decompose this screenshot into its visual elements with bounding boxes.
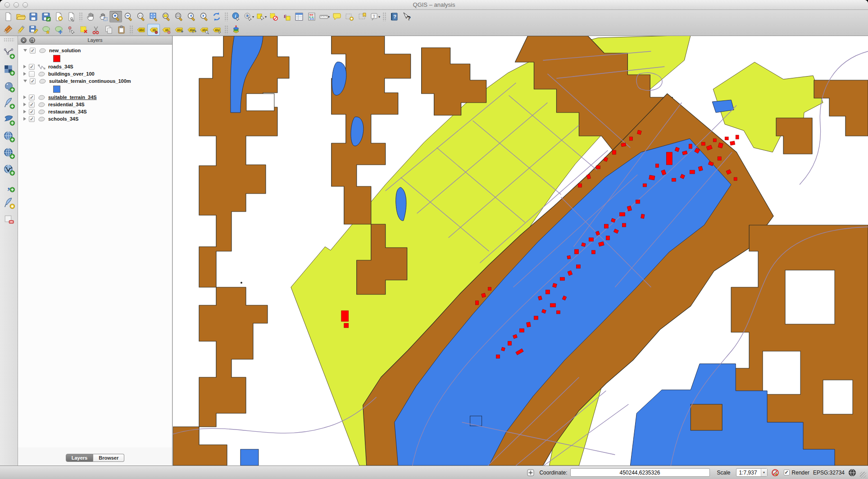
zoom-out-button[interactable] bbox=[122, 11, 135, 23]
disclosure-triangle-icon[interactable] bbox=[23, 72, 26, 76]
layer-item-schools_34S[interactable]: ✓schools_34S bbox=[18, 115, 172, 122]
layer-item-residential_34S[interactable]: ✓residential_34S bbox=[18, 101, 172, 108]
cut-features-button[interactable] bbox=[90, 24, 103, 36]
whats-this-button[interactable]: ? bbox=[400, 11, 413, 23]
layer-visibility-checkbox[interactable]: ✓ bbox=[29, 95, 35, 100]
move-feature-button[interactable] bbox=[52, 24, 65, 36]
delete-selected-button[interactable] bbox=[77, 24, 90, 36]
layer-visibility-checkbox[interactable]: ✓ bbox=[29, 116, 35, 122]
zoom-in-button[interactable] bbox=[109, 11, 122, 23]
layer-label[interactable]: roads_34S bbox=[48, 64, 73, 69]
dropdown-arrow-icon[interactable]: ▾ bbox=[378, 15, 380, 19]
pan-to-selection-button[interactable] bbox=[97, 11, 109, 23]
add-wfs-layer-button[interactable] bbox=[1, 163, 17, 178]
scale-combo[interactable]: 1:7,937 ▼ bbox=[736, 468, 768, 477]
disclosure-triangle-icon[interactable] bbox=[23, 103, 26, 106]
layer-label[interactable]: schools_34S bbox=[48, 116, 78, 122]
toolbar-grip[interactable] bbox=[4, 38, 14, 42]
coordinate-capture-icon[interactable] bbox=[527, 469, 535, 477]
add-postgis-layer-button[interactable] bbox=[1, 79, 17, 95]
close-window-button[interactable] bbox=[5, 2, 10, 8]
layer-item-suitable_terrain_34S[interactable]: ✓suitable_terrain_34S bbox=[18, 94, 172, 101]
maximize-window-button[interactable] bbox=[23, 2, 28, 8]
open-attribute-table-button[interactable] bbox=[293, 11, 305, 23]
processing-toolbox-button[interactable] bbox=[230, 24, 242, 36]
map-refresh-button[interactable] bbox=[210, 11, 223, 23]
current-edits-button[interactable] bbox=[2, 24, 14, 36]
layer-label[interactable]: suitable_terrain_34S bbox=[48, 95, 97, 100]
select-features-button[interactable]: ▾ bbox=[255, 11, 268, 23]
layer-visibility-checkbox[interactable]: ✓ bbox=[30, 48, 36, 54]
minimize-window-button[interactable] bbox=[14, 2, 19, 8]
layer-item-suitable_terrain_continuous_100m[interactable]: ✓suitable_terrain_continuous_100m bbox=[18, 77, 172, 85]
disclosure-triangle-icon[interactable] bbox=[23, 95, 26, 99]
label-properties-button[interactable]: abc bbox=[210, 24, 223, 36]
layer-item-restaurants_34S[interactable]: ✓restaurants_34S bbox=[18, 108, 172, 115]
show-bookmarks-button[interactable] bbox=[356, 11, 368, 23]
dropdown-arrow-icon[interactable]: ▾ bbox=[252, 15, 254, 19]
panel-close-icon[interactable]: × bbox=[21, 37, 27, 43]
resize-grip[interactable] bbox=[860, 472, 866, 478]
render-checkbox[interactable]: ✓ bbox=[784, 470, 790, 475]
add-wcs-layer-button[interactable] bbox=[1, 146, 17, 161]
measure-line-button[interactable]: ▾ bbox=[318, 11, 331, 23]
dropdown-arrow-icon[interactable]: ▾ bbox=[265, 15, 267, 19]
new-project-button[interactable] bbox=[2, 11, 14, 23]
save-project-button[interactable] bbox=[27, 11, 40, 23]
pan-map-button[interactable] bbox=[84, 11, 97, 23]
copy-features-button[interactable] bbox=[103, 24, 115, 36]
field-calculator-button[interactable] bbox=[305, 11, 318, 23]
rotate-label-button[interactable]: abc bbox=[185, 24, 198, 36]
toggle-editing-button[interactable] bbox=[14, 24, 27, 36]
node-tool-button[interactable] bbox=[65, 24, 77, 36]
layer-visibility-checkbox[interactable]: ✓ bbox=[29, 102, 35, 108]
zoom-last-button[interactable] bbox=[185, 11, 198, 23]
coordinate-input[interactable] bbox=[570, 468, 710, 477]
layer-item-roads_34S[interactable]: ✓roads_34S bbox=[18, 63, 172, 70]
add-vector-layer-button[interactable] bbox=[1, 46, 17, 61]
text-annotation-button[interactable]: T▾ bbox=[368, 11, 381, 23]
new-bookmark-button[interactable] bbox=[343, 11, 356, 23]
dropdown-arrow-icon[interactable]: ▾ bbox=[328, 15, 330, 19]
change-label-button[interactable]: abc bbox=[198, 24, 210, 36]
select-by-expression-button[interactable]: ε bbox=[280, 11, 293, 23]
add-feature-button[interactable] bbox=[40, 24, 52, 36]
panel-float-icon[interactable]: ❐ bbox=[29, 37, 35, 43]
identify-features-button[interactable]: i bbox=[230, 11, 242, 23]
layer-label[interactable]: new_solution bbox=[49, 48, 81, 53]
zoom-full-button[interactable] bbox=[147, 11, 160, 23]
disclosure-triangle-icon[interactable] bbox=[23, 65, 26, 68]
zoom-native-button[interactable]: 1:1 bbox=[135, 11, 147, 23]
layer-visibility-checkbox[interactable]: ✓ bbox=[29, 109, 35, 115]
disclosure-triangle-icon[interactable] bbox=[23, 80, 27, 82]
add-wms-layer-button[interactable] bbox=[1, 129, 17, 145]
paste-features-button[interactable] bbox=[115, 24, 128, 36]
pin-unpin-labels-button[interactable]: ab bbox=[147, 24, 160, 36]
move-label-button[interactable]: abc bbox=[173, 24, 185, 36]
layer-label[interactable]: suitable_terrain_continuous_100m bbox=[49, 78, 131, 84]
disclosure-triangle-icon[interactable] bbox=[23, 110, 26, 113]
save-project-as-button[interactable] bbox=[40, 11, 52, 23]
disclosure-triangle-icon[interactable] bbox=[23, 117, 26, 121]
add-delimited-text-layer-button[interactable]: , bbox=[1, 179, 17, 194]
help-contents-button[interactable]: ? bbox=[388, 11, 400, 23]
layer-item-buildings_over_100[interactable]: buildings_over_100 bbox=[18, 70, 172, 77]
deselect-features-button[interactable] bbox=[268, 11, 280, 23]
layer-labeling-options-button[interactable]: abc bbox=[135, 24, 147, 36]
highlight-pinned-labels-button[interactable]: ab bbox=[160, 24, 173, 36]
zoom-to-selection-button[interactable] bbox=[160, 11, 173, 23]
symbology-color-swatch[interactable] bbox=[53, 86, 60, 93]
open-project-button[interactable] bbox=[14, 11, 27, 23]
new-print-composer-button[interactable] bbox=[52, 11, 65, 23]
crs-projection-icon[interactable] bbox=[848, 469, 856, 477]
layer-visibility-checkbox[interactable]: ✓ bbox=[30, 78, 36, 84]
layer-item-new_solution[interactable]: ✓new_solution bbox=[18, 47, 172, 54]
save-layer-edits-button[interactable] bbox=[27, 24, 40, 36]
layer-visibility-checkbox[interactable] bbox=[29, 71, 35, 77]
panel-tab-layers[interactable]: Layers bbox=[66, 454, 93, 462]
zoom-next-button[interactable] bbox=[198, 11, 210, 23]
add-raster-layer-button[interactable] bbox=[1, 63, 17, 78]
map-canvas[interactable] bbox=[173, 36, 868, 465]
add-spatialite-layer-button[interactable] bbox=[1, 96, 17, 111]
layer-label[interactable]: buildings_over_100 bbox=[48, 71, 95, 77]
